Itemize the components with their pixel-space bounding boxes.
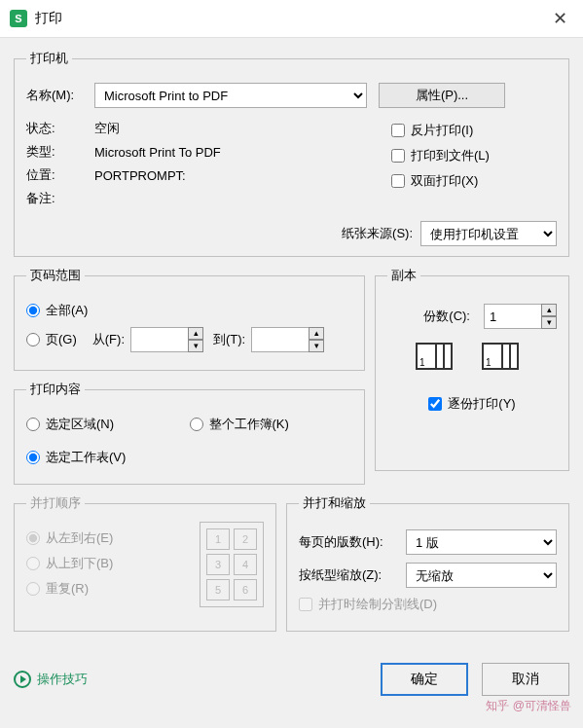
from-spinner[interactable]: ▴▾ (188, 327, 203, 352)
paper-source-label: 纸张来源(S): (342, 225, 413, 242)
duplex-checkbox[interactable]: 双面打印(X) (391, 172, 557, 190)
range-all-radio[interactable]: 全部(A) (26, 302, 352, 319)
collate-icons: 321 321 (387, 343, 557, 382)
draw-lines-checkbox: 并打时绘制分割线(D) (299, 596, 557, 613)
selected-sheet-radio[interactable]: 选定工作表(V) (26, 449, 190, 466)
to-spinner[interactable]: ▴▾ (309, 327, 324, 352)
copies-group: 副本 份数(C): ▴▾ 321 321 逐份打印(Y) (375, 267, 569, 471)
status-value: 空闲 (94, 120, 120, 137)
location-label: 位置: (26, 166, 94, 184)
print-content-legend: 打印内容 (26, 381, 85, 398)
ttb-radio: 从上到下(B) (26, 555, 190, 572)
from-label: 从(F): (92, 331, 125, 348)
layout-group: 并打和缩放 每页的版数(H): 1 版 按纸型缩放(Z): 无缩放 并打时绘制分… (286, 494, 569, 632)
copies-input[interactable] (484, 304, 542, 329)
printer-legend: 打印机 (26, 50, 72, 67)
tips-link[interactable]: 操作技巧 (14, 671, 88, 688)
page-range-legend: 页码范围 (26, 267, 85, 284)
location-value: PORTPROMPT: (94, 168, 186, 183)
selected-area-radio[interactable]: 选定区域(N) (26, 416, 190, 433)
to-input[interactable] (251, 327, 310, 352)
sequence-legend: 并打顺序 (26, 494, 85, 512)
sequence-preview-icon: 12 34 56 (200, 522, 264, 607)
status-label: 状态: (26, 120, 94, 137)
to-label: 到(T): (213, 331, 245, 348)
sequence-group: 并打顺序 从左到右(E) 从上到下(B) 重复(R) 12 34 56 (14, 494, 276, 632)
layout-legend: 并打和缩放 (299, 494, 370, 512)
printer-group: 打印机 名称(M): Microsoft Print to PDF 属性(P).… (14, 50, 569, 257)
remark-label: 备注: (26, 190, 94, 207)
page-range-group: 页码范围 全部(A) 页(G) 从(F): ▴▾ 到(T): ▴▾ (14, 267, 365, 371)
print-to-file-checkbox[interactable]: 打印到文件(L) (391, 147, 557, 164)
copies-legend: 副本 (387, 267, 420, 284)
print-content-group: 打印内容 选定区域(N) 整个工作簿(K) 选定工作表(V) (14, 381, 365, 485)
type-label: 类型: (26, 143, 94, 161)
dialog-title: 打印 (35, 10, 547, 27)
type-value: Microsoft Print To PDF (94, 145, 221, 160)
collate-checkbox[interactable]: 逐份打印(Y) (387, 395, 557, 413)
repeat-radio: 重复(R) (26, 580, 190, 598)
paper-source-select[interactable]: 使用打印机设置 (420, 221, 557, 246)
ltr-radio: 从左到右(E) (26, 529, 190, 547)
printer-name-select[interactable]: Microsoft Print to PDF (94, 83, 367, 108)
properties-button[interactable]: 属性(P)... (379, 83, 505, 108)
copies-label: 份数(C): (423, 308, 470, 325)
per-page-label: 每页的版数(H): (299, 533, 406, 551)
copies-spinner[interactable]: ▴▾ (541, 304, 557, 329)
workbook-radio[interactable]: 整个工作簿(K) (190, 416, 353, 433)
scale-select[interactable]: 无缩放 (406, 563, 557, 588)
close-icon[interactable]: ✕ (547, 8, 573, 29)
reverse-print-checkbox[interactable]: 反片打印(I) (391, 122, 557, 139)
app-icon: S (10, 10, 27, 27)
scale-label: 按纸型缩放(Z): (299, 566, 406, 584)
per-page-select[interactable]: 1 版 (406, 529, 557, 555)
from-input[interactable] (130, 327, 189, 352)
cancel-button[interactable]: 取消 (482, 663, 569, 696)
play-icon (14, 671, 31, 688)
ok-button[interactable]: 确定 (381, 663, 468, 696)
name-label: 名称(M): (26, 87, 94, 104)
range-pages-radio[interactable]: 页(G) (26, 331, 77, 348)
